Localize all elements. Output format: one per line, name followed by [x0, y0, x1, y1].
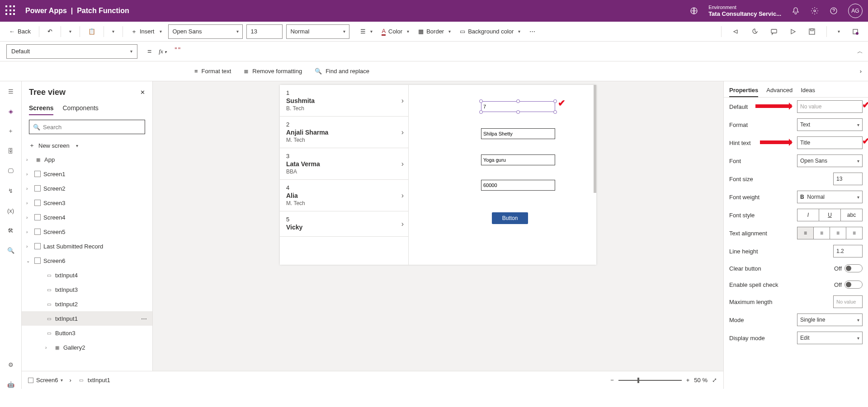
hamburger-icon[interactable]: ☰	[6, 87, 15, 96]
share-icon[interactable]	[730, 26, 742, 37]
preview-icon[interactable]	[787, 26, 799, 37]
find-replace-button[interactable]: 🔍Find and replace	[315, 68, 369, 75]
tree-item-txtinput4[interactable]: ▭txtInput4	[22, 268, 152, 282]
prop-font-value[interactable]: Open Sans▾	[797, 154, 863, 167]
close-tree-icon[interactable]: ✕	[140, 89, 145, 96]
chevron-right-icon[interactable]: ›	[401, 160, 404, 168]
advanced-tools-icon[interactable]: 🛠	[6, 226, 15, 235]
save-icon[interactable]	[806, 26, 818, 37]
prop-maxlen-value[interactable]: No value	[833, 295, 863, 308]
align-button[interactable]: ☰ ▾	[358, 26, 375, 37]
search-rail-icon[interactable]: 🔍	[6, 246, 15, 255]
data-icon[interactable]: 🗄	[6, 146, 15, 155]
tree-search[interactable]: 🔍	[29, 120, 145, 134]
power-automate-icon[interactable]: ↯	[6, 186, 15, 195]
back-button[interactable]: ←Back	[6, 26, 33, 37]
submit-button[interactable]: Button	[492, 212, 528, 224]
prop-clear-toggle[interactable]	[844, 264, 863, 272]
expand-formula-icon[interactable]: ︿	[852, 43, 868, 60]
prop-format-value[interactable]: Text▾	[797, 118, 863, 131]
tree-item-last-submitted[interactable]: ›Last Submitted Record	[22, 239, 152, 253]
prop-fontsize-value[interactable]: 13	[833, 173, 863, 185]
zoom-in-button[interactable]: +	[686, 377, 690, 384]
publish-dropdown[interactable]: ▾	[835, 27, 843, 36]
settings-rail-icon[interactable]: ⚙	[6, 360, 15, 369]
canvas-area[interactable]: 1SushmitaB. Tech› 2Anjali SharmaM. Tech›…	[153, 81, 723, 389]
media-icon[interactable]: 🖵	[6, 166, 15, 175]
chevron-right-icon[interactable]: ›	[401, 220, 404, 228]
chevron-right-icon[interactable]: ›	[401, 97, 404, 105]
prop-hint-value[interactable]: Title	[797, 136, 863, 149]
chevron-right-icon[interactable]: ›	[401, 192, 404, 200]
prop-mode-value[interactable]: Single line▾	[797, 313, 863, 326]
tree-item-screen1[interactable]: ›Screen1	[22, 167, 152, 181]
tree-item-txtinput3[interactable]: ▭txtInput3	[22, 282, 152, 297]
breadcrumb-control[interactable]: ▭txtInput1	[78, 377, 110, 384]
formula-input[interactable]: ""	[170, 44, 852, 59]
font-size-input[interactable]: 13	[246, 24, 283, 39]
prop-display-value[interactable]: Edit▾	[797, 332, 863, 344]
bg-color-button[interactable]: ▭Background color▾	[457, 26, 523, 37]
breadcrumb-screen[interactable]: Screen6▾	[28, 377, 63, 384]
gallery-row[interactable]: 4AliaM. Tech›	[280, 180, 408, 211]
undo-dropdown[interactable]: ▾	[66, 27, 74, 36]
tree-item-screen2[interactable]: ›Screen2	[22, 181, 152, 196]
tab-components[interactable]: Components	[62, 102, 98, 115]
prop-fontweight-value[interactable]: B Normal▾	[797, 191, 863, 203]
gallery-row[interactable]: 1SushmitaB. Tech›	[280, 85, 408, 117]
tree-item-button3[interactable]: ▭Button3	[22, 326, 152, 340]
zoom-out-button[interactable]: −	[610, 377, 614, 384]
tree-item-screen5[interactable]: ›Screen5	[22, 225, 152, 239]
app-launcher-icon[interactable]	[5, 5, 16, 16]
insert-icon[interactable]: ＋	[6, 126, 15, 136]
new-screen-button[interactable]: ＋New screen▾	[22, 139, 152, 152]
ask-copilot-icon[interactable]: 🤖	[6, 380, 15, 389]
paste-button[interactable]: 📋	[85, 26, 98, 37]
color-button[interactable]: AColor▾	[379, 26, 412, 37]
txtinput2-control[interactable]	[481, 128, 555, 139]
border-button[interactable]: ▦Border▾	[415, 26, 453, 37]
tree-item-txtinput1[interactable]: ▭txtInput1⋯	[22, 311, 152, 326]
gallery-control[interactable]: 1SushmitaB. Tech› 2Anjali SharmaM. Tech›…	[280, 85, 409, 265]
txtinput4-control[interactable]	[481, 180, 555, 191]
property-selector[interactable]: Default▾	[6, 44, 137, 59]
tab-properties[interactable]: Properties	[729, 84, 758, 97]
prop-spell-toggle[interactable]	[844, 281, 863, 289]
gallery-row[interactable]: 5Vicky›	[280, 211, 408, 237]
tree-view-icon[interactable]: ◈	[6, 107, 15, 116]
user-avatar[interactable]: AG	[848, 4, 863, 18]
tree-item-app[interactable]: ›▦App	[22, 152, 152, 167]
prop-default-value[interactable]: No value	[797, 100, 863, 113]
tab-advanced[interactable]: Advanced	[766, 84, 793, 97]
prop-align-value[interactable]: ≡≡≡≡	[797, 227, 863, 239]
tree-item-gallery2[interactable]: ›▦Gallery2	[22, 340, 152, 355]
publish-icon[interactable]	[849, 26, 862, 37]
font-dropdown[interactable]: Open Sans▾	[168, 24, 243, 39]
notifications-icon[interactable]	[791, 6, 800, 15]
gallery-row[interactable]: 2Anjali SharmaM. Tech›	[280, 117, 408, 148]
next-error-icon[interactable]: ›	[860, 68, 862, 75]
insert-button[interactable]: ＋Insert▾	[128, 26, 165, 37]
font-weight-dropdown[interactable]: Normal▾	[286, 24, 349, 39]
zoom-slider[interactable]	[618, 380, 682, 381]
chevron-right-icon[interactable]: ›	[401, 128, 404, 136]
prop-lineheight-value[interactable]: 1.2	[833, 245, 863, 257]
help-icon[interactable]	[829, 6, 838, 15]
search-input[interactable]	[43, 124, 141, 131]
remove-formatting-button[interactable]: ≣Remove formatting	[244, 68, 302, 75]
environment-picker[interactable]: Environment Tata Consultancy Servic...	[708, 5, 781, 18]
undo-button[interactable]: ↶	[45, 26, 55, 37]
txtinput3-control[interactable]	[481, 154, 555, 165]
tab-screens[interactable]: Screens	[29, 102, 53, 115]
more-button[interactable]: ⋯	[527, 26, 538, 37]
tree-item-screen4[interactable]: ›Screen4	[22, 210, 152, 225]
tab-ideas[interactable]: Ideas	[801, 84, 815, 97]
paste-dropdown[interactable]: ▾	[109, 27, 117, 36]
tree-item-screen6[interactable]: ⌄Screen6	[22, 253, 152, 268]
settings-icon[interactable]	[810, 6, 819, 15]
checker-icon[interactable]	[749, 26, 761, 37]
tree-item-screen3[interactable]: ›Screen3	[22, 196, 152, 210]
fit-screen-icon[interactable]: ⤢	[712, 377, 717, 384]
tree-item-txtinput2[interactable]: ▭txtInput2	[22, 297, 152, 311]
comments-icon[interactable]	[768, 26, 780, 37]
